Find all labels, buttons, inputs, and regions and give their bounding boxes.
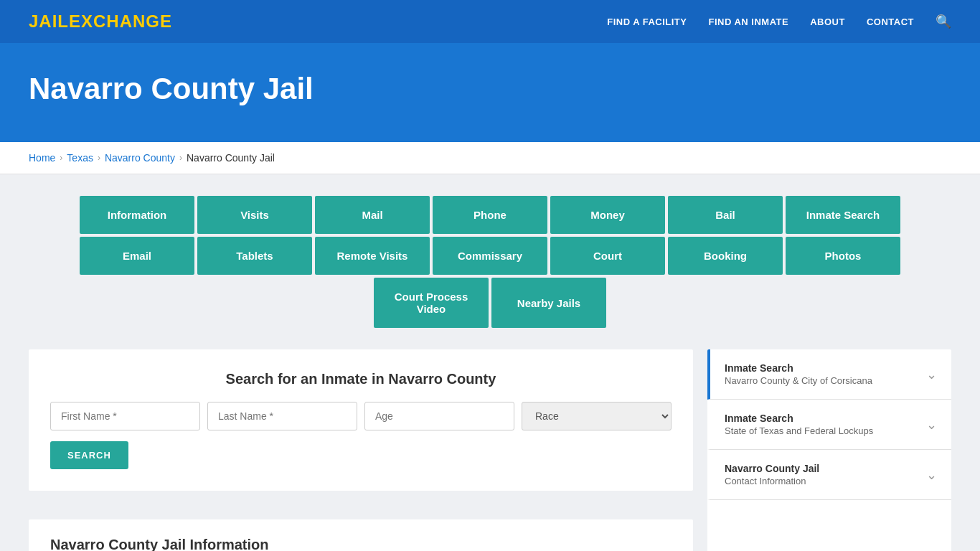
search-title: Search for an Inmate in Navarro County (50, 371, 672, 387)
nav-contact[interactable]: CONTACT (867, 17, 914, 27)
btn-money[interactable]: Money (550, 196, 665, 234)
search-button[interactable]: SEARCH (50, 441, 128, 469)
race-select[interactable]: Race White Black Hispanic Asian Other (522, 402, 672, 430)
content-area: Search for an Inmate in Navarro County R… (29, 349, 951, 551)
hero-section: Navarro County Jail (0, 43, 980, 142)
breadcrumb-sep-1: › (60, 153, 62, 163)
btn-inmate-search[interactable]: Inmate Search (786, 196, 900, 234)
chevron-down-icon-1: ⌄ (926, 417, 937, 433)
first-name-input[interactable] (50, 402, 200, 430)
button-grid: Information Visits Mail Phone Money Bail… (29, 196, 951, 328)
grid-row-1: Information Visits Mail Phone Money Bail… (29, 196, 951, 234)
search-form-row: Race White Black Hispanic Asian Other (50, 402, 672, 430)
breadcrumb-current: Navarro County Jail (187, 152, 275, 164)
btn-photos[interactable]: Photos (786, 237, 900, 275)
nav-find-inmate[interactable]: FIND AN INMATE (708, 17, 788, 27)
btn-bail[interactable]: Bail (668, 196, 783, 234)
grid-row-3: Court Process Video Nearby Jails (29, 278, 951, 328)
nav-find-facility[interactable]: FIND A FACILITY (607, 17, 687, 27)
sidebar-item-0-subtitle: Navarro County & City of Corsicana (725, 375, 872, 386)
btn-court[interactable]: Court (550, 237, 665, 275)
logo-part2: EXCHANGE (69, 11, 172, 31)
info-title: Navarro County Jail Information (50, 537, 672, 551)
btn-phone[interactable]: Phone (433, 196, 547, 234)
btn-tablets[interactable]: Tablets (197, 237, 312, 275)
logo[interactable]: JAILEXCHANGE (29, 11, 172, 32)
logo-part1: JAIL (29, 11, 69, 31)
sidebar-item-2-title: Navarro County Jail (725, 463, 819, 474)
grid-row-2: Email Tablets Remote Visits Commissary C… (29, 237, 951, 275)
nav-about[interactable]: ABOUT (810, 17, 845, 27)
page-title: Navarro County Jail (29, 72, 951, 106)
breadcrumb-home[interactable]: Home (29, 152, 55, 164)
btn-nearby-jails[interactable]: Nearby Jails (491, 278, 606, 328)
sidebar-item-2-subtitle: Contact Information (725, 476, 819, 486)
last-name-input[interactable] (207, 402, 357, 430)
sidebar-item-1-subtitle: State of Texas and Federal Lockups (725, 425, 873, 436)
btn-remote-visits[interactable]: Remote Visits (315, 237, 430, 275)
sidebar-item-1[interactable]: Inmate Search State of Texas and Federal… (707, 400, 951, 450)
breadcrumb-sep-3: › (179, 153, 182, 163)
btn-information[interactable]: Information (80, 196, 194, 234)
sidebar-item-0-title: Inmate Search (725, 362, 872, 374)
breadcrumb-navarro-county[interactable]: Navarro County (105, 152, 175, 164)
sidebar: Inmate Search Navarro County & City of C… (707, 349, 951, 551)
breadcrumb-sep-2: › (98, 153, 100, 163)
header: JAILEXCHANGE FIND A FACILITY FIND AN INM… (0, 0, 980, 43)
info-section: Navarro County Jail Information (29, 519, 693, 551)
btn-mail[interactable]: Mail (315, 196, 430, 234)
sidebar-item-0[interactable]: Inmate Search Navarro County & City of C… (707, 349, 951, 400)
btn-email[interactable]: Email (80, 237, 194, 275)
btn-visits[interactable]: Visits (197, 196, 312, 234)
sidebar-item-2[interactable]: Navarro County Jail Contact Information … (707, 450, 951, 500)
breadcrumb-texas[interactable]: Texas (67, 152, 93, 164)
chevron-down-icon-0: ⌄ (926, 367, 937, 382)
btn-court-process-video[interactable]: Court Process Video (374, 278, 489, 328)
btn-commissary[interactable]: Commissary (433, 237, 547, 275)
breadcrumb: Home › Texas › Navarro County › Navarro … (0, 142, 980, 174)
nav: FIND A FACILITY FIND AN INMATE ABOUT CON… (607, 14, 951, 29)
sidebar-item-1-title: Inmate Search (725, 413, 873, 424)
search-icon[interactable]: 🔍 (936, 14, 951, 29)
search-section: Search for an Inmate in Navarro County R… (29, 349, 693, 491)
main-content: Information Visits Mail Phone Money Bail… (0, 174, 980, 551)
age-input[interactable] (364, 402, 514, 430)
btn-booking[interactable]: Booking (668, 237, 783, 275)
chevron-down-icon-2: ⌄ (926, 467, 937, 483)
